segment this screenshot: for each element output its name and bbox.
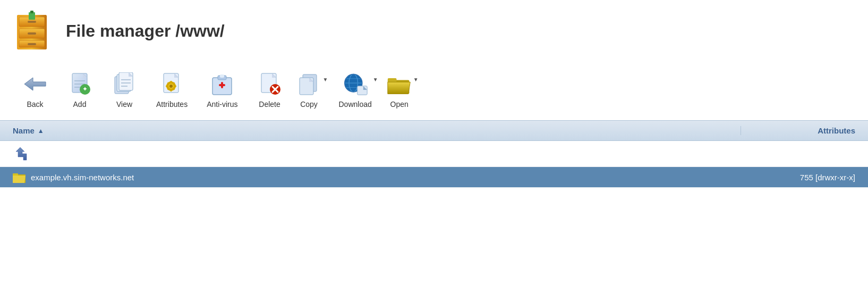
svg-rect-34 xyxy=(170,81,172,83)
svg-rect-46 xyxy=(221,82,223,88)
copy-dropdown-arrow[interactable]: ▼ xyxy=(323,77,328,82)
svg-rect-9 xyxy=(30,11,33,13)
name-column-label: Name xyxy=(13,126,35,135)
table-row[interactable]: example.vh.sim-networks.net 755 [drwxr-x… xyxy=(0,167,868,188)
toolbar: Back xyxy=(0,62,868,120)
svg-marker-10 xyxy=(24,78,46,90)
svg-rect-35 xyxy=(170,89,172,91)
delete-icon xyxy=(257,71,283,97)
add-label: Add xyxy=(73,100,87,109)
up-icon xyxy=(13,145,30,162)
attributes-column-header[interactable]: Attributes xyxy=(741,126,868,135)
attributes-icon xyxy=(159,71,185,97)
view-label: View xyxy=(116,100,132,109)
svg-rect-37 xyxy=(174,86,176,87)
download-button[interactable]: Download ▼ xyxy=(335,69,382,111)
download-label: Download xyxy=(339,100,372,109)
svg-marker-67 xyxy=(16,147,27,160)
svg-rect-5 xyxy=(28,32,36,35)
open-button[interactable]: Open ▼ xyxy=(382,69,425,111)
copy-icon xyxy=(296,71,322,97)
table-body: example.vh.sim-networks.net 755 [drwxr-x… xyxy=(0,141,868,188)
view-button[interactable]: View xyxy=(102,69,147,111)
svg-rect-19 xyxy=(84,87,86,90)
svg-rect-63 xyxy=(357,86,367,95)
svg-rect-36 xyxy=(166,86,168,87)
sort-asc-icon: ▲ xyxy=(38,127,44,135)
name-column-header[interactable]: Name ▲ xyxy=(0,126,741,135)
open-label: Open xyxy=(390,100,409,109)
table-header: Name ▲ Attributes xyxy=(0,120,868,141)
svg-rect-44 xyxy=(220,74,224,78)
copy-button[interactable]: Copy ▼ xyxy=(292,69,335,111)
add-button[interactable]: Add xyxy=(57,69,102,111)
delete-button[interactable]: Delete xyxy=(248,69,292,111)
copy-label: Copy xyxy=(300,100,318,109)
back-button[interactable]: Back xyxy=(13,69,57,111)
svg-rect-8 xyxy=(29,12,35,20)
folder-row-attrs-cell: 755 [drwxr-xr-x] xyxy=(741,173,868,182)
file-manager-icon xyxy=(13,10,55,52)
antivirus-icon xyxy=(209,71,235,97)
attributes-column-label: Attributes xyxy=(818,126,855,135)
folder-row-name-cell: example.vh.sim-networks.net xyxy=(0,171,741,183)
delete-label: Delete xyxy=(259,100,280,109)
add-icon xyxy=(67,71,92,97)
attributes-label: Attributes xyxy=(156,100,188,109)
page-title: File manager /www/ xyxy=(66,21,225,41)
antivirus-label: Anti-virus xyxy=(207,100,237,109)
attributes-button[interactable]: Attributes xyxy=(147,69,197,111)
folder-name: example.vh.sim-networks.net xyxy=(31,173,134,182)
svg-rect-3 xyxy=(28,21,36,23)
folder-attributes: 755 [drwxr-xr-x] xyxy=(800,173,855,182)
download-icon xyxy=(343,71,368,97)
open-icon xyxy=(387,71,412,97)
svg-rect-66 xyxy=(388,78,397,82)
antivirus-button[interactable]: Anti-virus xyxy=(197,69,247,111)
open-dropdown-arrow[interactable]: ▼ xyxy=(413,77,419,82)
back-icon xyxy=(22,71,48,97)
view-icon xyxy=(112,71,137,97)
download-dropdown-arrow[interactable]: ▼ xyxy=(373,77,378,82)
svg-rect-7 xyxy=(28,43,36,45)
page-header: File manager /www/ xyxy=(0,0,868,62)
svg-point-33 xyxy=(169,85,173,88)
table-row[interactable] xyxy=(0,141,868,167)
back-label: Back xyxy=(27,100,43,109)
